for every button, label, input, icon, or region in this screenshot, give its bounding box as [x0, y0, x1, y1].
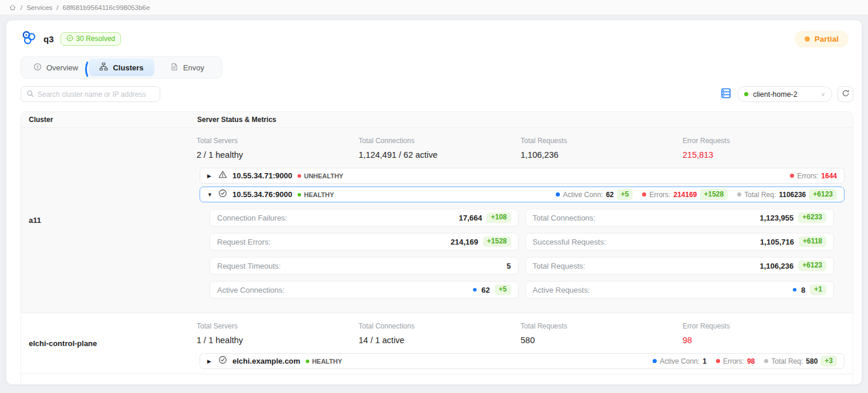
- table-header: Cluster Server Status & Metrics: [21, 112, 853, 128]
- stat-value: 1106236: [779, 191, 806, 199]
- host-stats: Errors:1644: [790, 172, 837, 180]
- column-header-metrics: Server Status & Metrics: [190, 116, 853, 124]
- breadcrumb-service-id: 68f681b9564116c998053b6e: [63, 4, 150, 11]
- caret-down-icon[interactable]: ▼: [207, 192, 213, 198]
- breadcrumb-services-link[interactable]: Services: [26, 4, 52, 11]
- host-row-healthy-expanded[interactable]: ▼ 10.55.34.76:9000 HEALTHY Active Conn:6…: [200, 187, 845, 202]
- delta-badge: +6118: [799, 236, 826, 248]
- summary-metric-value-error: 98: [683, 336, 845, 345]
- stat-dot-icon: [737, 192, 741, 196]
- refresh-icon: [842, 89, 850, 100]
- cluster-name: elchi-control-plane: [21, 313, 190, 374]
- stat-value: 580: [806, 357, 818, 365]
- stat-label: Errors:: [649, 191, 670, 199]
- host-details-panel: Connection Failures: 17,664+108 Total Co…: [210, 209, 834, 299]
- detail-card-active-requests: Active Requests: 8+1: [525, 281, 835, 299]
- summary-metric-label: Error Requests: [683, 322, 845, 330]
- stat-dot-icon: [716, 359, 720, 363]
- stat-delta-badge: +1528: [700, 189, 728, 200]
- summary-metric-value: 1 / 1 healthy: [197, 336, 359, 345]
- breadcrumb: / Services / 68f681b9564116c998053b6e: [0, 0, 868, 15]
- host-row-unhealthy[interactable]: ▶ 10.55.34.71:9000 UNHEALTHY Errors:1644: [200, 168, 845, 184]
- home-icon[interactable]: [9, 4, 16, 11]
- search-box: [21, 86, 160, 102]
- caret-right-icon[interactable]: ▶: [207, 173, 213, 179]
- server-rack-icon[interactable]: [720, 87, 732, 101]
- host-address: elchi.example.com: [232, 357, 300, 365]
- cluster-summary: Total Servers1 / 1 healthy Total Connect…: [196, 318, 845, 353]
- page-title: q3: [43, 34, 54, 44]
- stat-delta-badge: +6123: [809, 189, 837, 200]
- warning-triangle-icon: [218, 170, 227, 181]
- stat-value: 1644: [821, 172, 837, 180]
- host-row-healthy[interactable]: ▶ elchi.example.com HEALTHY Active Conn:…: [200, 353, 845, 369]
- host-health-status: UNHEALTHY: [298, 172, 343, 179]
- summary-metric-value: 14 / 1 active: [359, 336, 521, 345]
- table-row: elchi-control-plane Total Servers1 / 1 h…: [21, 313, 853, 374]
- health-dot-icon: [298, 174, 301, 178]
- stat-label: Errors:: [723, 357, 744, 365]
- breadcrumb-separator: /: [21, 4, 22, 11]
- summary-metric-value: 1,124,491 / 62 active: [359, 150, 521, 160]
- host-health-status: HEALTHY: [298, 191, 334, 198]
- delta-badge: +5: [495, 284, 511, 296]
- detail-card-request-timeouts: Request Timeouts: 5: [210, 257, 519, 275]
- summary-metric-label: Total Connections: [359, 137, 521, 145]
- tab-overview[interactable]: Overview: [23, 59, 89, 76]
- stat-delta-badge: +3: [820, 355, 837, 367]
- card-header: q3 30 Resolved Partial: [6, 21, 862, 53]
- host-health-status: HEALTHY: [306, 358, 342, 365]
- table-row: a11 Total Servers2 / 1 healthy Total Con…: [21, 128, 853, 313]
- summary-metric-value: 2 / 1 healthy: [197, 150, 359, 160]
- tab-envoy[interactable]: Envoy: [154, 59, 220, 76]
- stat-delta-badge: +5: [617, 189, 633, 200]
- delta-badge: +6233: [798, 212, 826, 223]
- health-dot-icon: [306, 360, 309, 363]
- caret-right-icon[interactable]: ▶: [207, 358, 213, 364]
- tab-clusters[interactable]: Clusters: [89, 59, 154, 76]
- summary-metric-label: Total Requests: [521, 322, 683, 330]
- stat-value: 98: [747, 357, 755, 365]
- summary-metric-value: 580: [521, 336, 683, 345]
- stat-label: Active Conn:: [563, 191, 603, 199]
- clusters-table: Cluster Server Status & Metrics a11 Tota…: [21, 111, 853, 385]
- search-input[interactable]: [38, 90, 154, 99]
- refresh-button[interactable]: [837, 86, 853, 102]
- tab-envoy-label: Envoy: [183, 63, 204, 72]
- summary-metric-value: 1,106,236: [521, 150, 683, 160]
- summary-metric-label: Total Connections: [359, 322, 521, 330]
- info-circle-icon: [33, 63, 42, 73]
- delta-badge: +1528: [483, 236, 511, 248]
- status-dot-icon: [805, 36, 810, 42]
- table-footer-space: [21, 374, 853, 385]
- host-stats: Active Conn:62+5 Errors:214169+1528 Tota…: [556, 189, 837, 200]
- stat-label: Errors:: [797, 172, 818, 180]
- node-status-dot-icon: [744, 92, 748, 96]
- cluster-summary: Total Servers2 / 1 healthy Total Connect…: [196, 133, 845, 168]
- check-circle-icon: [66, 35, 73, 43]
- stat-dot-icon: [793, 288, 796, 292]
- summary-metric-label: Total Servers: [197, 137, 359, 145]
- detail-card-request-errors: Request Errors: 214,169+1528: [210, 233, 519, 250]
- detail-card-total-connections: Total Connections: 1,123,955+6233: [525, 209, 835, 226]
- node-select[interactable]: client-home-2 ∨: [737, 86, 832, 102]
- status-badge-label: Partial: [815, 35, 839, 43]
- stat-value: 62: [606, 191, 613, 199]
- detail-card-total-requests: Total Requests: 1,106,236+6123: [525, 257, 835, 275]
- stat-label: Active Conn:: [660, 357, 700, 365]
- toolbar: client-home-2 ∨: [6, 86, 862, 109]
- stat-dot-icon: [556, 192, 560, 196]
- tab-clusters-label: Clusters: [113, 63, 143, 72]
- cluster-name: a11: [21, 128, 190, 313]
- summary-metric-label: Error Requests: [683, 137, 845, 145]
- stat-value: 1: [702, 357, 707, 365]
- stat-dot-icon: [642, 192, 646, 196]
- resolved-badge: 30 Resolved: [60, 32, 121, 46]
- service-logo-icon: [21, 29, 37, 48]
- host-stats: Active Conn:1 Errors:98 Total Req:580+3: [653, 355, 837, 367]
- detail-card-connection-failures: Connection Failures: 17,664+108: [210, 209, 519, 226]
- stat-dot-icon: [764, 359, 768, 363]
- delta-badge: +1: [810, 284, 826, 296]
- summary-metric-value-error: 215,813: [683, 150, 845, 160]
- stat-dot-icon: [473, 288, 477, 292]
